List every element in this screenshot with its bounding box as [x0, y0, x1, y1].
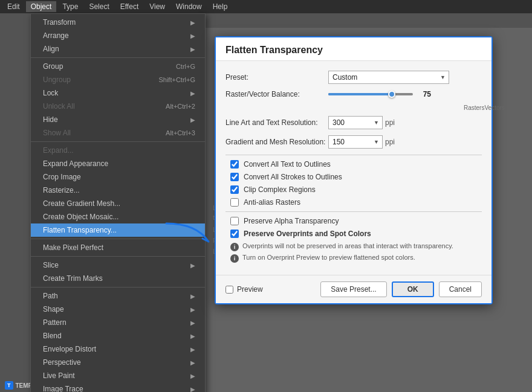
menu-item-envelope-distort[interactable]: Envelope Distort ▶ — [31, 342, 205, 356]
checkbox-convert-strokes: Convert All Strokes to Outlines — [225, 173, 482, 181]
menu-section-5: Slice ▶ Create Trim Marks — [31, 257, 205, 288]
divider — [225, 155, 482, 155]
preview-label: Preview — [237, 285, 263, 294]
menu-item-hide[interactable]: Hide ▶ — [31, 113, 205, 126]
menu-section-1: Transform ▶ Arrange ▶ Align ▶ — [31, 14, 205, 58]
line-art-label: Line Art and Text Resolution: — [225, 118, 328, 127]
menu-effect[interactable]: Effect — [115, 1, 143, 12]
anti-alias-label: Anti-alias Rasters — [244, 198, 300, 207]
menu-item-arrange[interactable]: Arrange ▶ — [31, 29, 205, 42]
menu-item-lock[interactable]: Lock ▶ — [31, 86, 205, 100]
arrow-icon: ▶ — [190, 19, 195, 26]
arrow-icon: ▶ — [190, 306, 195, 313]
line-art-select-wrapper: 300 — [328, 116, 383, 129]
dialog-footer: Preview Save Preset... OK Cancel — [216, 275, 491, 303]
menu-item-live-paint[interactable]: Live Paint ▶ — [31, 369, 205, 382]
convert-text-checkbox[interactable] — [230, 160, 239, 169]
info-text-2: Turn on Overprint Preview to preview fla… — [242, 254, 415, 261]
anti-alias-checkbox[interactable] — [230, 198, 239, 207]
arrow-icon: ▶ — [190, 333, 195, 339]
preset-select[interactable]: Custom — [328, 71, 449, 84]
preset-row: Preset: Custom — [225, 71, 482, 84]
menu-item-image-trace[interactable]: Image Trace ▶ — [31, 382, 205, 392]
menu-item-unlock-all[interactable]: Unlock All Alt+Ctrl+2 — [31, 100, 205, 113]
menu-item-gradient-mesh[interactable]: Create Gradient Mesh... — [31, 197, 205, 210]
dialog-body: Preset: Custom Raster/Vector Balance: 75… — [216, 61, 491, 275]
preset-label: Preset: — [225, 73, 328, 82]
info-text-1: Overprints will not be preserved in area… — [242, 242, 453, 249]
slider-container: 75 — [328, 90, 482, 98]
checkbox-preserve-overprints: Preserve Overprints and Spot Colors — [225, 230, 482, 238]
shortcut-label: Alt+Ctrl+3 — [166, 129, 195, 137]
gradient-label: Gradient and Mesh Resolution: — [225, 138, 328, 146]
menu-item-align[interactable]: Align ▶ — [31, 42, 205, 56]
arrow-icon: ▶ — [190, 320, 195, 326]
menu-item-expand-appearance[interactable]: Expand Appearance — [31, 157, 205, 170]
gradient-select-wrapper: 150 — [328, 135, 383, 149]
menu-help[interactable]: Help — [208, 1, 233, 12]
preview-checkbox[interactable] — [225, 286, 233, 294]
slider-thumb[interactable] — [388, 91, 395, 98]
preserve-overprints-checkbox[interactable] — [230, 230, 239, 238]
menu-item-perspective[interactable]: Perspective ▶ — [31, 356, 205, 369]
arrow-icon: ▶ — [190, 359, 195, 366]
checkbox-convert-text: Convert All Text to Outlines — [225, 160, 482, 169]
raster-vector-row: Raster/Vector Balance: 75 — [225, 90, 482, 98]
line-art-unit: ppi — [385, 118, 395, 127]
arrow-icon: ▶ — [190, 117, 195, 123]
menu-item-show-all[interactable]: Show All Alt+Ctrl+3 — [31, 126, 205, 140]
gradient-select[interactable]: 150 — [328, 135, 383, 149]
shortcut-label: Ctrl+G — [176, 63, 195, 70]
menu-item-expand[interactable]: Expand... — [31, 144, 205, 157]
dialog-title-bar: Flatten Transparency — [216, 37, 491, 61]
menu-item-transform[interactable]: Transform ▶ — [31, 16, 205, 29]
flatten-transparency-dialog: Flatten Transparency Preset: Custom Rast… — [215, 36, 493, 304]
clip-regions-label: Clip Complex Regions — [244, 185, 316, 194]
arrow-icon: ▶ — [190, 386, 195, 393]
menu-item-blend[interactable]: Blend ▶ — [31, 329, 205, 342]
ok-button[interactable]: OK — [392, 281, 434, 297]
arrow-icon: ▶ — [190, 90, 195, 97]
shortcut-label: Alt+Ctrl+2 — [166, 103, 195, 110]
menu-type[interactable]: Type — [57, 1, 83, 12]
menu-edit[interactable]: Edit — [2, 1, 25, 12]
info-icon-1: i — [230, 243, 239, 251]
line-art-select[interactable]: 300 — [328, 116, 383, 129]
menu-item-crop-image[interactable]: Crop Image — [31, 170, 205, 184]
gradient-row: Gradient and Mesh Resolution: 150 ppi — [225, 135, 482, 149]
preview-row: Preview — [225, 285, 316, 294]
menu-item-pattern[interactable]: Pattern ▶ — [31, 316, 205, 329]
arrow-icon: ▶ — [190, 293, 195, 300]
info-icon-2: i — [230, 254, 239, 263]
info-row-2: i Turn on Overprint Preview to preview f… — [225, 254, 482, 263]
rasters-label: Rasters — [464, 104, 484, 111]
arrow-icon: ▶ — [190, 46, 195, 53]
menu-item-create-trim-marks[interactable]: Create Trim Marks — [31, 272, 205, 285]
checkbox-preserve-alpha: Preserve Alpha Transparency — [225, 217, 482, 225]
menu-item-ungroup[interactable]: Ungroup Shift+Ctrl+G — [31, 73, 205, 86]
preset-select-wrapper: Custom — [328, 71, 449, 84]
arrow-pointer — [160, 217, 221, 255]
clip-regions-checkbox[interactable] — [230, 185, 239, 194]
slider-track[interactable] — [328, 93, 413, 95]
menu-window[interactable]: Window — [171, 1, 207, 12]
line-art-row: Line Art and Text Resolution: 300 ppi — [225, 116, 482, 129]
menu-item-rasterize[interactable]: Rasterize... — [31, 184, 205, 197]
save-preset-button[interactable]: Save Preset... — [320, 281, 386, 297]
menu-view[interactable]: View — [144, 1, 170, 12]
cancel-button[interactable]: Cancel — [439, 281, 482, 297]
shortcut-label: Shift+Ctrl+G — [158, 76, 195, 83]
slider-value: 75 — [417, 90, 431, 98]
menu-item-path[interactable]: Path ▶ — [31, 289, 205, 303]
menu-select[interactable]: Select — [84, 1, 114, 12]
convert-strokes-checkbox[interactable] — [230, 173, 239, 181]
preserve-alpha-checkbox[interactable] — [230, 217, 239, 225]
menu-item-shape[interactable]: Shape ▶ — [31, 303, 205, 316]
preserve-overprints-label: Preserve Overprints and Spot Colors — [244, 230, 371, 238]
menu-object[interactable]: Object — [26, 1, 57, 12]
menu-item-group[interactable]: Group Ctrl+G — [31, 60, 205, 73]
convert-text-label: Convert All Text to Outlines — [244, 160, 331, 169]
arrow-icon: ▶ — [190, 346, 195, 353]
menu-item-slice[interactable]: Slice ▶ — [31, 259, 205, 272]
arrow-icon: ▶ — [190, 33, 195, 39]
